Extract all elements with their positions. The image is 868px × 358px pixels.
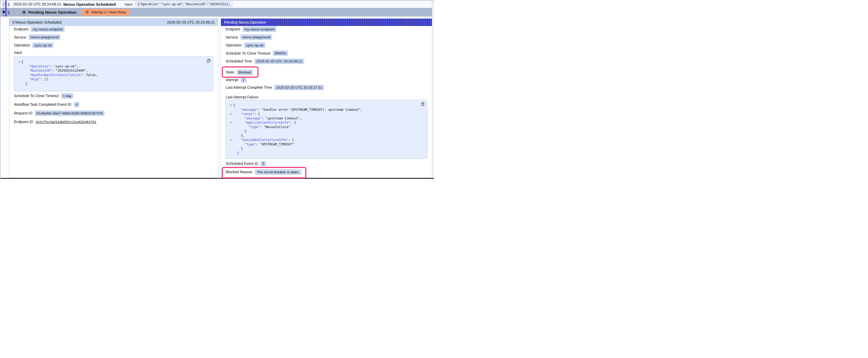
chevron-down-icon[interactable] <box>230 139 232 141</box>
field-row-operation: Operation sync-op-ok <box>14 42 213 48</box>
chevron-down-icon[interactable] <box>230 113 232 115</box>
event-title: Pending Nexus Operation <box>28 10 76 14</box>
field-value-badge: my-nexus-endpoint <box>243 27 276 32</box>
field-row-endpoint: Endpoint my-nexus-endpoint <box>14 26 213 32</box>
input-preview-badge: {"Operation":"sync-op-ok","BusinessID":"… <box>135 1 232 7</box>
failure-section-label: Last Attempt Failure <box>226 95 428 99</box>
field-row-scheduled-event-id: Scheduled Event ID 5 <box>226 161 428 166</box>
retry-icon <box>85 10 89 14</box>
field-label: Operation <box>226 43 242 47</box>
field-value-badge: 2025-02-25 UTC 20:25:27.51 <box>274 85 324 90</box>
annotation-box-blocked-reason <box>222 167 306 178</box>
field-row-last-attempt-complete: Last Attempt Complete Time 2025-02-25 UT… <box>226 85 428 90</box>
chevron-down-icon[interactable] <box>230 122 232 123</box>
field-label: Endpoint ID <box>14 120 33 124</box>
field-value-badge: 5 <box>260 161 267 166</box>
field-value-badge: 2 <box>241 77 246 83</box>
panel-timestamp: 2025-02-25 UTC 20:24:09.21 <box>167 20 215 24</box>
field-label: Schedule To Close Timeout <box>226 51 270 55</box>
field-value-badge: b1c6a4bc-8ee7-468a-9169-df3b02c8737b <box>35 110 104 116</box>
event-row-pending[interactable]: 5 Pending Nexus Operation Attempt 2 • Ne… <box>1 8 432 17</box>
field-label: Scheduled Event ID <box>226 161 258 166</box>
retry-attempt-badge: Attempt 2 • Next Retry <box>82 9 129 16</box>
field-row-scheduled-time: Scheduled Time 2025-02-25 UTC 20:24:09.2… <box>226 58 428 64</box>
field-value-badge: sync-op-ok <box>244 42 265 48</box>
field-row-operation: Operation sync-op-ok <box>226 42 428 48</box>
timeline-open-circle-icon <box>2 2 5 5</box>
field-label: Service <box>226 35 238 39</box>
input-label: Input <box>125 2 132 6</box>
event-id-link[interactable]: 5 <box>8 10 10 14</box>
field-label: Schedule To Close Timeout <box>14 94 59 98</box>
field-label: Attempt <box>226 78 238 82</box>
chevron-down-icon[interactable] <box>230 104 232 106</box>
field-label: Operation <box>14 43 30 47</box>
event-title: Nexus Operation Scheduled <box>63 2 116 6</box>
field-row-schedule-to-close: Schedule To Close Timeout 1 day <box>14 93 213 99</box>
scheduled-panel-header: 5 Nexus Operation Scheduled 2025-02-25 U… <box>9 19 218 26</box>
json-code: { "message": "handler error (UPSTREAM_TI… <box>228 103 424 155</box>
field-row-service: Service nexus-playground <box>14 34 213 40</box>
field-row-endpoint-id: Endpoint ID 3c0c75ccfa8144b092c13ce63246… <box>14 119 213 125</box>
retry-badge-label: Attempt 2 • Next Retry <box>91 10 126 14</box>
field-row-wft-completed-id: Workflow Task Completed Event ID 4 <box>14 102 213 107</box>
window-bottom-edge <box>1 178 434 179</box>
input-section-label: Input <box>14 50 213 55</box>
field-value-badge: 2025-02-25 UTC 20:24:09.21 <box>254 59 304 64</box>
input-code-block: { "Operation": "sync-op-ok", "BusinessID… <box>14 57 213 91</box>
field-label: Request ID <box>14 111 32 115</box>
copy-icon[interactable] <box>207 59 211 63</box>
scrollbar-track[interactable] <box>432 1 434 179</box>
field-row-request-id: Request ID b1c6a4bc-8ee7-468a-9169-df3b0… <box>14 110 213 116</box>
copy-icon[interactable] <box>421 102 425 106</box>
field-value-badge: nexus-playground <box>29 34 60 40</box>
failure-code-block: { "message": "handler error (UPSTREAM_TI… <box>226 100 428 159</box>
field-value-badge: 4 <box>74 102 80 107</box>
pending-panel-header: Pending Nexus Operation <box>221 19 432 26</box>
field-row-endpoint: Endpoint my-nexus-endpoint <box>226 26 428 32</box>
field-value-badge: my-nexus-endpoint <box>31 27 65 32</box>
field-label: Endpoint <box>14 27 28 31</box>
panel-title: 5 Nexus Operation Scheduled <box>12 20 61 24</box>
pending-operation-panel: Pending Nexus Operation Endpoint my-nexu… <box>221 19 432 177</box>
selected-event-accent-bar <box>5 1 6 17</box>
field-value-badge: sync-op-ok <box>32 42 53 48</box>
asterisk-pending-icon <box>22 10 26 14</box>
field-label: Service <box>14 35 26 39</box>
field-label: Last Attempt Complete Time <box>226 85 272 90</box>
timeline-current-dot-icon <box>3 11 5 13</box>
field-label: Workflow Task Completed Event ID <box>14 102 71 106</box>
history-viewer: 5 2025-02-25 UTC 20:24:09.21 Nexus Opera… <box>0 0 434 179</box>
annotation-box-state <box>222 66 258 78</box>
chevron-down-icon[interactable] <box>18 61 21 63</box>
field-row-attempt: Attempt 2 <box>226 77 428 83</box>
field-label: Scheduled Time <box>226 59 252 63</box>
field-row-service: Service nexus-playground <box>226 34 428 40</box>
json-code: { "Operation": "sync-op-ok", "BusinessID… <box>17 60 209 86</box>
event-row-scheduled[interactable]: 5 2025-02-25 UTC 20:24:09.21 Nexus Opera… <box>1 1 432 8</box>
panel-title: Pending Nexus Operation <box>224 20 266 24</box>
endpoint-id-link[interactable]: 3c0c75ccfa8144b092c13ce632463761 <box>35 120 96 124</box>
field-row-schedule-to-close: Schedule To Close Timeout 86400s <box>226 51 428 56</box>
field-label: Endpoint <box>226 27 240 31</box>
scheduled-event-panel: 5 Nexus Operation Scheduled 2025-02-25 U… <box>9 19 218 177</box>
field-value-badge: nexus-playground <box>240 34 272 40</box>
event-id-link[interactable]: 5 <box>8 2 10 6</box>
field-value-badge: 1 day <box>61 93 73 99</box>
event-timestamp: 2025-02-25 UTC 20:24:09.21 <box>13 2 61 6</box>
field-value-badge: 86400s <box>273 51 288 56</box>
